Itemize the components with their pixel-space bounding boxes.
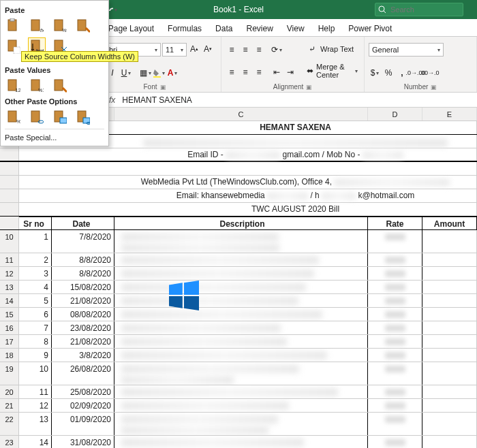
hdr-date[interactable]: Date: [52, 217, 114, 229]
row-header[interactable]: 19: [0, 362, 19, 385]
cell-date[interactable]: 02/09/2020: [52, 399, 114, 412]
cell-description[interactable]: [114, 308, 368, 321]
row-header[interactable]: 17: [0, 335, 19, 348]
hdr-rate[interactable]: Rate: [368, 217, 422, 229]
number-format-select[interactable]: General: [369, 43, 444, 57]
spreadsheet-grid[interactable]: C D E HEMANT SAXENA Email ID - gmail.com…: [0, 108, 477, 448]
paste-option-paste[interactable]: [5, 17, 22, 35]
tab-help[interactable]: Help: [311, 21, 342, 36]
align-center-button[interactable]: ≡: [239, 66, 251, 78]
decrease-decimal-button[interactable]: .00→.0: [423, 67, 435, 79]
cell-rate[interactable]: [368, 294, 422, 307]
hdr-amount[interactable]: Amount: [422, 217, 477, 229]
cell-description[interactable]: [114, 349, 368, 362]
cell-bill-title[interactable]: TWC AUGUST 2020 Bill: [114, 203, 477, 216]
increase-font-button[interactable]: A▴: [188, 43, 200, 55]
cell-name[interactable]: HEMANT SAXENA: [114, 121, 477, 134]
borders-button[interactable]: ▦: [139, 67, 151, 79]
cell-date[interactable]: 31/08/2020: [52, 436, 114, 448]
row-header[interactable]: 22: [0, 413, 19, 435]
align-right-button[interactable]: ≡: [253, 66, 265, 78]
row-header[interactable]: [0, 203, 19, 216]
cell-amount[interactable]: [422, 436, 477, 448]
decrease-font-button[interactable]: A▾: [202, 43, 214, 55]
row-header[interactable]: 15: [0, 308, 19, 321]
paste-option-no-borders[interactable]: [5, 37, 22, 55]
col-header-c[interactable]: C: [114, 108, 368, 121]
row-header[interactable]: 21: [0, 399, 19, 412]
search-box[interactable]: [375, 3, 463, 16]
cell-date[interactable]: 23/08/2020: [52, 321, 114, 334]
paste-option-formatting[interactable]: %: [5, 108, 22, 126]
cell-date[interactable]: 08/08/2020: [52, 308, 114, 321]
cell-amount[interactable]: [422, 308, 477, 321]
cell-description[interactable]: [114, 267, 368, 280]
cell-srno[interactable]: 10: [19, 362, 52, 385]
cell[interactable]: [114, 162, 477, 175]
hdr-description[interactable]: Description: [114, 217, 368, 229]
row-header[interactable]: [0, 148, 19, 161]
cell-amount[interactable]: [422, 230, 477, 253]
cell-rate[interactable]: [368, 321, 422, 334]
cell-date[interactable]: 21/08/2020: [52, 294, 114, 307]
cell-rate[interactable]: [368, 436, 422, 448]
cell-date[interactable]: 8/8/2020: [52, 267, 114, 280]
font-launcher[interactable]: ▣: [160, 84, 166, 91]
align-middle-button[interactable]: ≡: [239, 44, 251, 56]
cell-date[interactable]: 8/8/2020: [52, 253, 114, 266]
cell-rate[interactable]: [368, 335, 422, 348]
row-header[interactable]: [0, 189, 19, 202]
col-header-e[interactable]: E: [422, 108, 477, 121]
increase-indent-button[interactable]: ⇥: [284, 66, 296, 78]
row-header[interactable]: 13: [0, 281, 19, 293]
tab-power-pivot[interactable]: Power Pivot: [341, 21, 399, 36]
cell-description[interactable]: [114, 385, 368, 398]
align-bottom-button[interactable]: ≡: [253, 44, 265, 56]
cell-amount[interactable]: [422, 253, 477, 266]
formula-value[interactable]: HEMANT SAXENA: [119, 95, 191, 105]
cell-description[interactable]: [114, 253, 368, 266]
row-header[interactable]: 11: [0, 253, 19, 266]
row-header[interactable]: 18: [0, 349, 19, 362]
alignment-launcher[interactable]: ▣: [306, 84, 312, 91]
cell-amount[interactable]: [422, 399, 477, 412]
cell-rate[interactable]: [368, 362, 422, 385]
cell-date[interactable]: 3/8/2020: [52, 349, 114, 362]
row-header[interactable]: 23: [0, 436, 19, 448]
paste-special-menu[interactable]: Paste Special...: [5, 129, 104, 142]
hdr-srno[interactable]: Sr no: [19, 217, 52, 229]
cell-description[interactable]: [114, 294, 368, 307]
cell-description[interactable]: [114, 321, 368, 334]
cell-srno[interactable]: 4: [19, 281, 52, 293]
tab-view[interactable]: View: [280, 21, 311, 36]
cell-amount[interactable]: [422, 349, 477, 362]
paste-option-formulas-number[interactable]: %fx: [51, 17, 69, 35]
cell-amount[interactable]: [422, 335, 477, 348]
cell-rate[interactable]: [368, 349, 422, 362]
cell-address[interactable]: [114, 135, 477, 148]
row-header[interactable]: [0, 217, 19, 229]
paste-option-picture[interactable]: [51, 108, 69, 126]
accounting-format-button[interactable]: $: [369, 67, 381, 79]
merge-center-button[interactable]: ⬌Merge & Center: [304, 62, 360, 80]
tab-review[interactable]: Review: [239, 21, 279, 36]
cell-amount[interactable]: [422, 362, 477, 385]
cell-description[interactable]: [114, 413, 368, 435]
cell-srno[interactable]: 5: [19, 294, 52, 307]
cell-srno[interactable]: 1: [19, 230, 52, 253]
cell-srno[interactable]: 14: [19, 436, 52, 448]
cell-rate[interactable]: [368, 281, 422, 293]
cell-srno[interactable]: 6: [19, 308, 52, 321]
paste-option-linked-picture[interactable]: [74, 108, 92, 126]
row-header[interactable]: [0, 176, 19, 189]
cell-srno[interactable]: 2: [19, 253, 52, 266]
cell-company[interactable]: WebMedia Pvt Ltd (TheWindowsClub.com), O…: [114, 176, 477, 189]
cell-date[interactable]: 01/09/2020: [52, 413, 114, 435]
cell-amount[interactable]: [422, 281, 477, 293]
row-header[interactable]: [0, 162, 19, 175]
cell-description[interactable]: [114, 230, 368, 253]
cell-description[interactable]: [114, 399, 368, 412]
paste-option-formulas[interactable]: fx: [28, 17, 46, 35]
cell-rate[interactable]: [368, 253, 422, 266]
cell-date[interactable]: 21/08/2020: [52, 335, 114, 348]
